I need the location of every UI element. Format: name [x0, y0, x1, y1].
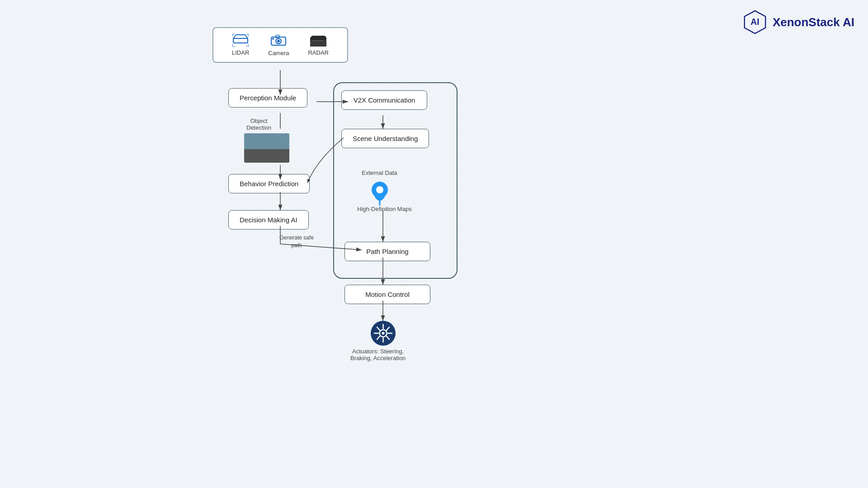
sensors-box: LIDAR Camera: [212, 27, 348, 63]
perception-module-wrapper: Perception Module: [228, 88, 307, 108]
logo-icon: AI: [742, 9, 768, 35]
radar-icon: [308, 34, 328, 47]
svg-rect-36: [244, 147, 289, 163]
v2x-box: V2X Communication: [341, 90, 427, 110]
svg-point-16: [277, 40, 280, 42]
radar-sensor: RADAR: [308, 34, 329, 56]
lidar-icon: [232, 34, 249, 47]
svg-rect-20: [313, 40, 324, 41]
svg-rect-40: [255, 146, 260, 149]
camera-icon: [270, 33, 287, 47]
svg-rect-34: [244, 133, 289, 147]
path-planning-wrapper: Path Planning: [344, 242, 430, 261]
logo-text: XenonStack AI: [773, 15, 854, 29]
radar-label: RADAR: [308, 49, 329, 56]
road-scene-svg: [244, 133, 289, 163]
hd-maps-icon-wrapper: [371, 181, 389, 207]
decision-making-box: Decision Making AI: [228, 210, 309, 230]
scene-understanding-label: Scene Understanding: [353, 135, 418, 142]
hd-maps-label: High-Definition Maps: [357, 206, 412, 212]
svg-rect-2: [233, 38, 248, 43]
behavior-prediction-label: Behavior Prediction: [240, 180, 298, 188]
svg-point-44: [376, 186, 383, 193]
svg-rect-41: [272, 148, 279, 153]
diagram-arrows: [0, 0, 868, 488]
lidar-label: LIDAR: [232, 49, 249, 56]
logo: AI XenonStack AI: [742, 9, 854, 35]
perception-module-box: Perception Module: [228, 88, 307, 108]
motion-control-wrapper: Motion Control: [344, 285, 430, 304]
svg-rect-39: [253, 148, 261, 153]
behavior-prediction-wrapper: Behavior Prediction: [228, 174, 310, 193]
decision-making-label: Decision Making AI: [240, 216, 297, 224]
camera-road-image: [244, 133, 289, 163]
svg-rect-37: [266, 149, 268, 153]
motion-control-box: Motion Control: [344, 285, 430, 304]
svg-rect-35: [244, 142, 289, 147]
generate-safe-path-label: Generate safe path: [279, 234, 314, 249]
scene-understanding-box: Scene Understanding: [341, 129, 429, 148]
camera-sensor: Camera: [268, 33, 289, 56]
svg-text:AI: AI: [750, 17, 759, 27]
svg-point-18: [272, 38, 274, 40]
map-pin-icon: [371, 181, 389, 206]
actuator-icon: [371, 321, 396, 346]
road-scene-visual: [244, 133, 289, 163]
behavior-prediction-box: Behavior Prediction: [228, 174, 310, 193]
path-planning-box: Path Planning: [344, 242, 430, 261]
perception-module-label: Perception Module: [240, 94, 296, 102]
svg-rect-42: [274, 147, 278, 149]
v2x-label: V2X Communication: [354, 96, 415, 104]
svg-rect-38: [266, 156, 268, 160]
motion-control-label: Motion Control: [365, 291, 410, 298]
decision-making-wrapper: Decision Making AI: [228, 210, 309, 230]
actuators-label: Actuators: Steering, Braking, Accelerati…: [350, 348, 406, 361]
page-container: AI XenonStack AI: [0, 0, 868, 488]
v2x-wrapper: V2X Communication: [341, 90, 427, 110]
svg-point-47: [382, 332, 385, 335]
svg-line-3: [233, 35, 236, 38]
object-detection-label: Object Detection: [246, 117, 271, 131]
path-planning-label: Path Planning: [366, 248, 408, 255]
camera-label: Camera: [268, 50, 289, 56]
lidar-sensor: LIDAR: [232, 34, 249, 56]
actuator-icon-wrapper: [371, 321, 396, 347]
svg-rect-17: [276, 35, 279, 38]
external-data-label: External Data: [362, 169, 397, 176]
svg-line-4: [245, 35, 248, 38]
scene-understanding-wrapper: Scene Understanding: [341, 129, 429, 148]
